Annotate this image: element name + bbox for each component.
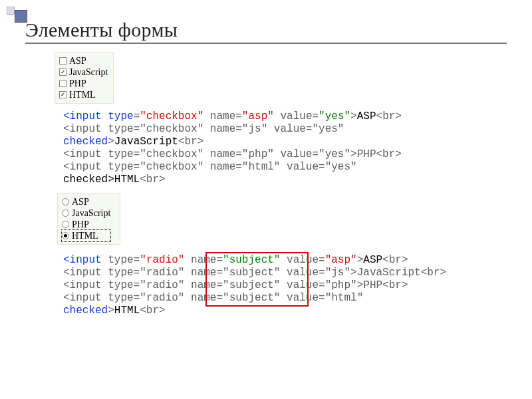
code-token: "radio" [140, 254, 184, 266]
code-token: = [134, 110, 140, 122]
radio-icon[interactable] [62, 198, 69, 205]
code-token: value= [274, 110, 319, 122]
code-token: value= [280, 254, 325, 266]
radio-code-block: <input type="radio" name="subject" value… [63, 254, 505, 317]
code-token: <input type="checkbox" name="js" value="… [63, 123, 344, 135]
code-token: <br> [376, 110, 402, 122]
checkbox-code-block: <input type="checkbox" name="asp" value=… [63, 110, 505, 186]
checkbox-row: PHP [59, 78, 108, 89]
radio-label: HTML [72, 230, 98, 241]
code-token: "asp" [242, 110, 274, 122]
code-token: name= [203, 110, 242, 122]
checkbox-label: HTML [69, 89, 96, 100]
code-token: type [102, 110, 134, 122]
code-token: HTML [114, 305, 140, 317]
code-token: "checkbox" [140, 110, 203, 122]
checkbox-label: JavaScript [69, 66, 108, 78]
checkbox-label: ASP [69, 55, 86, 66]
radio-label: ASP [72, 196, 89, 207]
code-token: ASP [363, 254, 382, 266]
code-token: <input type="radio" name="subject" value… [63, 279, 408, 291]
code-token: checked>HTML [63, 174, 140, 186]
checkbox-form-demo: ASP JavaScript PHP HTML [55, 52, 114, 104]
radio-row: PHP [62, 219, 110, 230]
checkbox-icon[interactable] [59, 91, 66, 98]
code-token: checked [63, 305, 108, 317]
radio-row: ASP [62, 196, 110, 207]
code-token: "subject" [223, 254, 280, 266]
checkbox-icon[interactable] [59, 80, 66, 87]
radio-icon[interactable] [62, 232, 69, 239]
code-token: "yes" [319, 110, 350, 122]
checkbox-row: ASP [59, 55, 108, 66]
code-token: checked [63, 136, 108, 148]
code-token: <input type="radio" name="subject" value… [63, 267, 446, 279]
code-token: <input [63, 110, 102, 122]
code-token: <br> [140, 174, 165, 186]
code-token: > [108, 136, 114, 148]
slide-corner-decor [7, 7, 27, 23]
code-token: <br> [140, 305, 165, 317]
radio-icon[interactable] [62, 221, 69, 228]
slide-content: ASP JavaScript PHP HTML <input type="che… [53, 52, 505, 317]
code-token: > [350, 110, 357, 122]
radio-label: JavaScript [72, 207, 110, 219]
slide-title: Элементы формы [25, 19, 507, 44]
code-token: <br> [178, 136, 203, 148]
code-token: <input [63, 254, 102, 266]
code-token: > [357, 254, 364, 266]
radio-icon[interactable] [62, 209, 69, 217]
checkbox-row: JavaScript [59, 66, 108, 78]
heading-wrap: Элементы формы [25, 19, 507, 44]
code-token: type= [102, 254, 140, 266]
code-token: > [108, 305, 114, 317]
code-token: <input type="checkbox" name="php" value=… [63, 148, 402, 160]
radio-label: PHP [72, 219, 89, 230]
code-token: <br> [382, 254, 408, 266]
decor-square-small [7, 7, 15, 15]
radio-form-demo: ASP JavaScript PHP HTML [57, 193, 120, 245]
radio-row: JavaScript [62, 207, 110, 219]
code-token: <input type="checkbox" name="html" value… [63, 161, 357, 173]
code-token: JavaScript [114, 136, 178, 148]
radio-row: HTML [62, 230, 110, 241]
code-token: name= [184, 254, 223, 266]
checkbox-label: PHP [69, 78, 86, 89]
code-token: "asp" [325, 254, 357, 266]
checkbox-icon[interactable] [59, 68, 66, 76]
code-token: ASP [357, 110, 376, 122]
checkbox-icon[interactable] [59, 57, 66, 65]
checkbox-row: HTML [59, 89, 108, 100]
code-token: <input type="radio" name="subject" value… [63, 292, 363, 304]
